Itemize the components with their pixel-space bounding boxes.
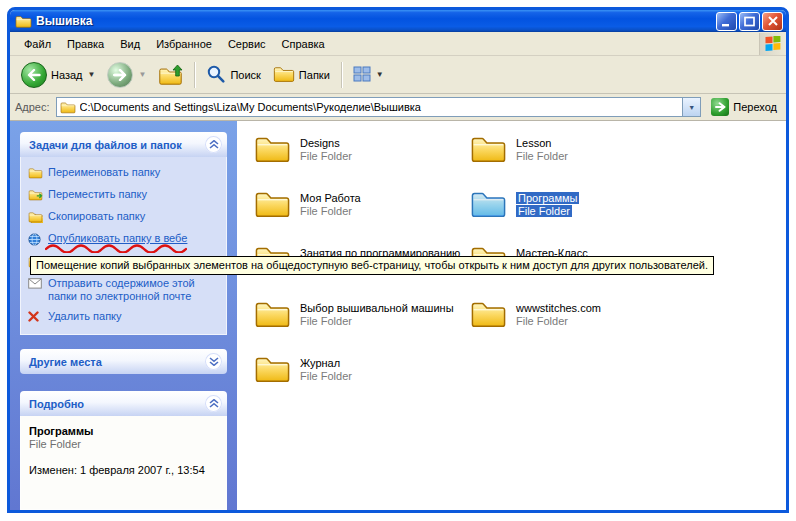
folder-type: File Folder — [516, 150, 568, 162]
folder-item-lesson[interactable]: LessonFile Folder — [470, 134, 675, 189]
menu-item-tools[interactable]: Сервис — [220, 35, 274, 53]
folder-item-zhurnal[interactable]: ЖурналFile Folder — [254, 354, 459, 409]
panel-title: Задачи для файлов и папок — [29, 139, 182, 151]
views-button[interactable]: ▼ — [348, 63, 389, 87]
task-rename-folder[interactable]: Переименовать папку — [28, 166, 222, 181]
address-dropdown-button[interactable]: ▼ — [682, 98, 700, 116]
views-icon — [353, 66, 371, 84]
file-list-area[interactable]: DesignsFile Folder LessonFile Folder Моя… — [237, 121, 786, 510]
chevron-down-icon[interactable] — [205, 353, 222, 370]
details-header[interactable]: Подробно — [20, 391, 227, 416]
file-tasks-body: Переименовать папку Переместить папку — [20, 157, 227, 335]
window-body: Задачи для файлов и папок Переименовать … — [10, 121, 786, 510]
back-dropdown-icon[interactable]: ▼ — [88, 70, 96, 79]
toolbar-separator — [194, 62, 195, 88]
task-copy-folder[interactable]: Скопировать папку — [28, 210, 222, 225]
address-path: C:\Documents and Settings\Liza\My Docume… — [80, 101, 683, 113]
task-publish-folder-web[interactable]: Опубликовать папку в вебе — [28, 232, 222, 248]
publish-web-icon — [28, 232, 43, 248]
task-label: Переместить папку — [48, 188, 147, 201]
folder-item-programmy[interactable]: ПрограммыFile Folder — [470, 189, 675, 244]
chevron-up-icon[interactable] — [205, 136, 222, 153]
folder-type: File Folder — [300, 370, 352, 382]
address-label: Адрес: — [15, 101, 50, 113]
folder-name: Lesson — [516, 137, 568, 149]
search-icon — [206, 64, 226, 86]
folder-name: Выбор вышивальной машины — [300, 302, 454, 314]
titlebar[interactable]: Вышивка — [10, 10, 786, 32]
chevron-up-icon[interactable] — [205, 395, 222, 412]
task-label: Удалить папку — [48, 310, 122, 323]
folder-icon — [470, 134, 507, 164]
folders-button[interactable]: Папки — [268, 62, 335, 88]
task-label: Отправить содержимое этой папки по элект… — [48, 277, 206, 303]
red-underline-annotation — [45, 244, 187, 253]
folder-name: Программы — [516, 192, 579, 204]
maximize-button[interactable] — [739, 12, 760, 31]
file-tasks-panel: Задачи для файлов и папок Переименовать … — [20, 132, 227, 335]
forward-dropdown-icon[interactable]: ▼ — [138, 70, 146, 79]
address-folder-icon — [60, 101, 76, 114]
task-move-folder[interactable]: Переместить папку — [28, 188, 222, 203]
task-label: Переименовать папку — [48, 166, 160, 179]
details-type: File Folder — [29, 438, 218, 450]
folder-type: File Folder — [300, 205, 361, 217]
desktop: Вышивка Файл Правка Вид Избранное Сервис… — [0, 0, 796, 521]
file-tasks-header[interactable]: Задачи для файлов и папок — [20, 132, 227, 157]
forward-icon — [107, 62, 133, 88]
folder-type: File Folder — [300, 150, 352, 162]
task-delete-folder[interactable]: Удалить папку — [28, 310, 222, 324]
folder-item-wwwstitches[interactable]: wwwstitches.comFile Folder — [470, 299, 675, 354]
toolbar-separator — [341, 62, 342, 88]
search-label: Поиск — [230, 69, 260, 81]
menu-item-file[interactable]: Файл — [16, 35, 59, 53]
panel-title: Подробно — [29, 398, 84, 410]
task-email-folder[interactable]: Отправить содержимое этой папки по элект… — [28, 277, 222, 303]
delete-icon — [28, 310, 43, 324]
details-panel: Подробно Программы File Folder Изменен: … — [20, 391, 227, 510]
menu-item-edit[interactable]: Правка — [59, 35, 112, 53]
address-bar: Адрес: C:\Documents and Settings\Liza\My… — [10, 94, 786, 121]
forward-button[interactable]: ▼ — [102, 59, 151, 91]
task-label: Скопировать папку — [48, 210, 145, 223]
up-button[interactable] — [153, 61, 188, 89]
folder-item-moya-rabota[interactable]: Моя РаботаFile Folder — [254, 189, 459, 244]
back-button[interactable]: Назад ▼ — [16, 59, 100, 91]
folder-type: File Folder — [516, 205, 572, 217]
rename-folder-icon — [28, 166, 43, 181]
minimize-button[interactable] — [716, 12, 737, 31]
menu-item-view[interactable]: Вид — [112, 35, 148, 53]
folder-name: Журнал — [300, 357, 352, 369]
close-button[interactable] — [762, 12, 783, 31]
go-label: Переход — [733, 101, 777, 113]
folder-item-vybor-mashiny[interactable]: Выбор вышивальной машиныFile Folder — [254, 299, 459, 354]
folder-name: Моя Работа — [300, 192, 361, 204]
window-title: Вышивка — [36, 14, 716, 28]
address-input[interactable]: C:\Documents and Settings\Liza\My Docume… — [56, 97, 702, 117]
folders-label: Папки — [299, 69, 330, 81]
menu-item-help[interactable]: Справка — [274, 35, 333, 53]
folder-icon — [254, 189, 291, 219]
folder-item-designs[interactable]: DesignsFile Folder — [254, 134, 459, 189]
email-icon — [28, 277, 43, 291]
back-label: Назад — [51, 69, 83, 81]
windows-logo-icon — [759, 33, 786, 55]
folder-icon — [254, 299, 291, 329]
move-folder-icon — [28, 188, 43, 203]
toolbar: Назад ▼ ▼ Поиск — [10, 56, 786, 94]
go-button[interactable]: Переход — [707, 97, 781, 117]
go-icon — [711, 98, 729, 116]
folder-type: File Folder — [516, 315, 601, 327]
tooltip: Помещение копий выбранных элементов на о… — [30, 256, 714, 275]
details-name: Программы — [29, 425, 218, 437]
back-icon — [21, 62, 47, 88]
other-places-header[interactable]: Другие места — [20, 349, 227, 374]
other-places-panel: Другие места — [20, 349, 227, 374]
views-dropdown-icon[interactable]: ▼ — [376, 70, 384, 79]
search-button[interactable]: Поиск — [201, 61, 265, 89]
task-label: Опубликовать папку в вебе — [48, 232, 187, 245]
folder-icon — [254, 354, 291, 384]
menu-item-favorites[interactable]: Избранное — [148, 35, 220, 53]
folder-name: Designs — [300, 137, 352, 149]
folder-icon — [254, 134, 291, 164]
